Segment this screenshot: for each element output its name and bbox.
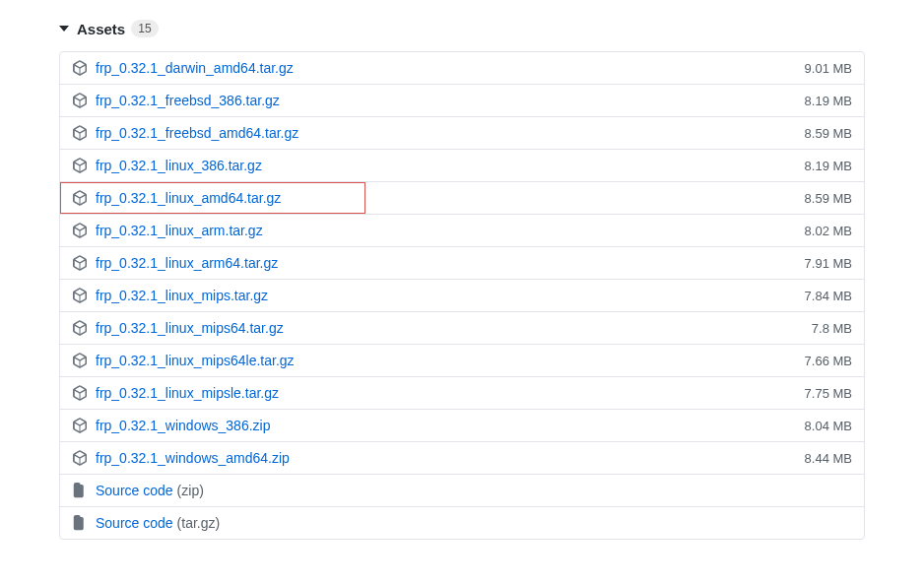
asset-link[interactable]: frp_0.32.1_linux_mips64le.tar.gz bbox=[96, 353, 295, 368]
package-icon bbox=[72, 223, 88, 238]
asset-left: frp_0.32.1_linux_386.tar.gz bbox=[72, 158, 262, 173]
asset-row: frp_0.32.1_linux_mips64.tar.gz7.8 MB bbox=[60, 311, 864, 344]
asset-left: frp_0.32.1_linux_arm64.tar.gz bbox=[72, 255, 278, 271]
asset-left: frp_0.32.1_darwin_amd64.tar.gz bbox=[72, 60, 294, 76]
asset-link[interactable]: frp_0.32.1_linux_arm.tar.gz bbox=[96, 223, 263, 238]
asset-link[interactable]: frp_0.32.1_freebsd_amd64.tar.gz bbox=[96, 125, 298, 141]
asset-link[interactable]: frp_0.32.1_linux_amd64.tar.gz bbox=[96, 190, 281, 206]
asset-ext: (zip) bbox=[177, 483, 204, 498]
asset-link[interactable]: frp_0.32.1_linux_386.tar.gz bbox=[96, 158, 262, 173]
asset-link[interactable]: frp_0.32.1_windows_386.zip bbox=[96, 418, 270, 433]
asset-row: frp_0.32.1_linux_amd64.tar.gz8.59 MB bbox=[60, 181, 864, 214]
package-icon bbox=[72, 385, 88, 401]
asset-link[interactable]: frp_0.32.1_freebsd_386.tar.gz bbox=[96, 93, 280, 108]
asset-row: frp_0.32.1_linux_386.tar.gz8.19 MB bbox=[60, 149, 864, 181]
asset-size: 8.19 MB bbox=[805, 94, 852, 108]
asset-left: Source code(tar.gz) bbox=[72, 515, 220, 531]
file-zip-icon bbox=[72, 483, 88, 498]
assets-label: Assets bbox=[77, 21, 125, 37]
asset-size: 7.66 MB bbox=[805, 354, 852, 368]
asset-row: frp_0.32.1_freebsd_386.tar.gz8.19 MB bbox=[60, 84, 864, 116]
asset-row: frp_0.32.1_linux_arm.tar.gz8.02 MB bbox=[60, 214, 864, 246]
package-icon bbox=[72, 288, 88, 303]
package-icon bbox=[72, 418, 88, 433]
asset-row: frp_0.32.1_linux_arm64.tar.gz7.91 MB bbox=[60, 246, 864, 279]
asset-left: frp_0.32.1_freebsd_386.tar.gz bbox=[72, 93, 280, 108]
package-icon bbox=[72, 190, 88, 206]
asset-link[interactable]: frp_0.32.1_windows_amd64.zip bbox=[96, 450, 290, 466]
asset-left: frp_0.32.1_freebsd_amd64.tar.gz bbox=[72, 125, 298, 141]
asset-row: Source code(zip) bbox=[60, 474, 864, 506]
asset-row: frp_0.32.1_linux_mips.tar.gz7.84 MB bbox=[60, 279, 864, 311]
package-icon bbox=[72, 450, 88, 466]
asset-link[interactable]: frp_0.32.1_linux_arm64.tar.gz bbox=[96, 255, 278, 271]
asset-left: Source code(zip) bbox=[72, 483, 204, 498]
assets-count-badge: 15 bbox=[131, 20, 158, 37]
asset-size: 7.91 MB bbox=[805, 256, 852, 271]
package-icon bbox=[72, 60, 88, 76]
asset-left: frp_0.32.1_windows_amd64.zip bbox=[72, 450, 290, 466]
assets-list: frp_0.32.1_darwin_amd64.tar.gz9.01 MBfrp… bbox=[59, 51, 865, 540]
asset-size: 8.04 MB bbox=[805, 419, 852, 433]
asset-left: frp_0.32.1_linux_arm.tar.gz bbox=[72, 223, 263, 238]
package-icon bbox=[72, 255, 88, 271]
asset-left: frp_0.32.1_windows_386.zip bbox=[72, 418, 270, 433]
package-icon bbox=[72, 320, 88, 336]
asset-size: 8.59 MB bbox=[805, 191, 852, 206]
asset-size: 7.8 MB bbox=[812, 321, 852, 336]
asset-row: frp_0.32.1_linux_mips64le.tar.gz7.66 MB bbox=[60, 344, 864, 376]
asset-left: frp_0.32.1_linux_mips64le.tar.gz bbox=[72, 353, 295, 368]
asset-size: 8.59 MB bbox=[805, 126, 852, 141]
asset-link[interactable]: frp_0.32.1_linux_mips64.tar.gz bbox=[96, 320, 284, 336]
asset-row: frp_0.32.1_linux_mipsle.tar.gz7.75 MB bbox=[60, 376, 864, 409]
asset-link[interactable]: frp_0.32.1_linux_mips.tar.gz bbox=[96, 288, 268, 303]
asset-link[interactable]: Source code bbox=[96, 515, 173, 531]
package-icon bbox=[72, 158, 88, 173]
asset-size: 7.84 MB bbox=[805, 289, 852, 303]
asset-ext: (tar.gz) bbox=[177, 515, 221, 531]
asset-left: frp_0.32.1_linux_mips.tar.gz bbox=[72, 288, 268, 303]
asset-size: 7.75 MB bbox=[805, 386, 852, 401]
asset-size: 8.44 MB bbox=[805, 451, 852, 466]
asset-link[interactable]: Source code bbox=[96, 483, 173, 498]
package-icon bbox=[72, 353, 88, 368]
asset-left: frp_0.32.1_linux_amd64.tar.gz bbox=[72, 190, 281, 206]
asset-size: 8.19 MB bbox=[805, 159, 852, 173]
asset-link[interactable]: frp_0.32.1_linux_mipsle.tar.gz bbox=[96, 385, 279, 401]
package-icon bbox=[72, 93, 88, 108]
file-zip-icon bbox=[72, 515, 88, 531]
caret-down-icon bbox=[59, 26, 69, 32]
asset-link[interactable]: frp_0.32.1_darwin_amd64.tar.gz bbox=[96, 60, 294, 76]
asset-size: 8.02 MB bbox=[805, 224, 852, 238]
asset-row: Source code(tar.gz) bbox=[60, 506, 864, 539]
package-icon bbox=[72, 125, 88, 141]
asset-row: frp_0.32.1_darwin_amd64.tar.gz9.01 MB bbox=[60, 52, 864, 84]
asset-left: frp_0.32.1_linux_mips64.tar.gz bbox=[72, 320, 284, 336]
asset-row: frp_0.32.1_windows_386.zip8.04 MB bbox=[60, 409, 864, 441]
assets-toggle[interactable]: Assets 15 bbox=[59, 20, 865, 37]
asset-row: frp_0.32.1_freebsd_amd64.tar.gz8.59 MB bbox=[60, 116, 864, 149]
asset-size: 9.01 MB bbox=[805, 61, 852, 76]
asset-left: frp_0.32.1_linux_mipsle.tar.gz bbox=[72, 385, 279, 401]
asset-row: frp_0.32.1_windows_amd64.zip8.44 MB bbox=[60, 441, 864, 474]
